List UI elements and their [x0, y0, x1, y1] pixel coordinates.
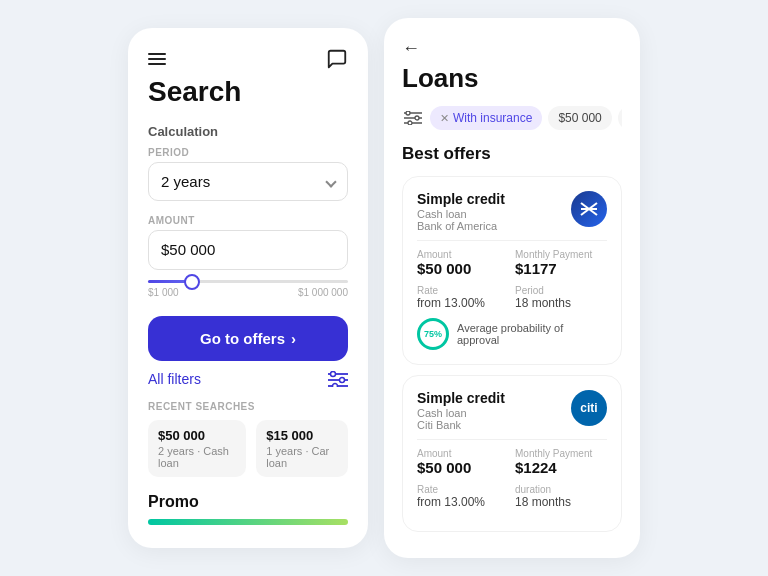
filter-icon[interactable] — [402, 109, 424, 127]
chip-close-icon[interactable]: ✕ — [440, 112, 449, 125]
promo-bar — [148, 519, 348, 525]
offer-type-1: Cash loan — [417, 208, 505, 220]
offer-info-1: Simple credit Cash loan Bank of America — [417, 191, 505, 232]
recent-search-item-2[interactable]: $15 000 1 years · Car loan — [256, 420, 348, 477]
filters-row: All filters — [148, 371, 348, 387]
offer-name-2: Simple credit — [417, 390, 505, 406]
recent-search-item-1[interactable]: $50 000 2 years · Cash loan — [148, 420, 246, 477]
offer-header-2: Simple credit Cash loan Citi Bank citi — [417, 390, 607, 431]
offer-type-2: Cash loan — [417, 407, 505, 419]
bank-logo-bofa — [571, 191, 607, 227]
promo-label: Promo — [148, 493, 348, 511]
offer-meta-2: Rate from 13.00% duration 18 months — [417, 484, 607, 509]
offer-divider-2 — [417, 439, 607, 440]
left-panel: Search Calculation PERIOD 2 years AMOUNT… — [128, 28, 368, 548]
offer-stats-1: Amount $50 000 Monthly Payment $1177 — [417, 249, 607, 277]
left-header — [148, 48, 348, 70]
offer-bank-1: Bank of America — [417, 220, 505, 232]
meta-rate-1: Rate from 13.00% — [417, 285, 509, 310]
slider-max: $1 000 000 — [298, 287, 348, 298]
recent-desc-1: 2 years · Cash loan — [158, 445, 236, 469]
period-select[interactable]: 2 years — [148, 162, 348, 201]
best-offers-title: Best offers — [402, 144, 622, 164]
chip-insurance[interactable]: ✕ With insurance — [430, 106, 542, 130]
arrow-right-icon: › — [291, 330, 296, 347]
chip-amount[interactable]: $50 000 — [548, 106, 611, 130]
right-panel: ← Loans ✕ With insurance $50 000 2 Best … — [384, 18, 640, 558]
stat-monthly-1: Monthly Payment $1177 — [515, 249, 607, 277]
svg-point-10 — [415, 116, 419, 120]
calculation-label: Calculation — [148, 124, 348, 139]
offer-header-1: Simple credit Cash loan Bank of America — [417, 191, 607, 232]
slider-labels: $1 000 $1 000 000 — [148, 287, 348, 298]
amount-input[interactable] — [161, 241, 335, 258]
recent-amount-2: $15 000 — [266, 428, 338, 443]
meta-period-2: duration 18 months — [515, 484, 607, 509]
offer-bank-2: Citi Bank — [417, 419, 505, 431]
meta-rate-2: Rate from 13.00% — [417, 484, 509, 509]
stat-amount-2: Amount $50 000 — [417, 448, 509, 476]
slider-container: $1 000 $1 000 000 — [148, 280, 348, 298]
bank-logo-citi: citi — [571, 390, 607, 426]
recent-desc-2: 1 years · Car loan — [266, 445, 338, 469]
svg-point-3 — [331, 372, 336, 377]
approval-text-1: Average probability of approval — [457, 322, 607, 346]
recent-searches: $50 000 2 years · Cash loan $15 000 1 ye… — [148, 420, 348, 477]
menu-icon[interactable] — [148, 53, 166, 65]
period-label: PERIOD — [148, 147, 348, 158]
chip-years[interactable]: 2 — [618, 106, 622, 130]
recent-searches-label: RECENT SEARCHES — [148, 401, 348, 412]
stat-monthly-2: Monthly Payment $1224 — [515, 448, 607, 476]
offer-card-2: Simple credit Cash loan Citi Bank citi A… — [402, 375, 622, 532]
go-offers-label: Go to offers — [200, 330, 285, 347]
filter-sliders-icon[interactable] — [328, 371, 348, 387]
promo-section: Promo — [148, 493, 348, 525]
approval-circle-1: 75% — [417, 318, 449, 350]
slider-track — [148, 280, 348, 283]
stat-amount-1: Amount $50 000 — [417, 249, 509, 277]
slider-min: $1 000 — [148, 287, 179, 298]
amount-input-wrap — [148, 230, 348, 270]
chip-insurance-label: With insurance — [453, 111, 532, 125]
offer-card-1: Simple credit Cash loan Bank of America … — [402, 176, 622, 365]
offer-stats-2: Amount $50 000 Monthly Payment $1224 — [417, 448, 607, 476]
chevron-down-icon — [325, 176, 336, 187]
svg-point-9 — [406, 111, 410, 115]
offer-info-2: Simple credit Cash loan Citi Bank — [417, 390, 505, 431]
loans-title: Loans — [402, 63, 622, 94]
back-button[interactable]: ← — [402, 38, 622, 59]
offer-divider-1 — [417, 240, 607, 241]
offer-meta-1: Rate from 13.00% Period 18 months — [417, 285, 607, 310]
go-offers-button[interactable]: Go to offers › — [148, 316, 348, 361]
svg-point-5 — [333, 384, 338, 388]
period-value: 2 years — [161, 173, 210, 190]
all-filters-link[interactable]: All filters — [148, 371, 201, 387]
chat-icon[interactable] — [326, 48, 348, 70]
approval-row-1: 75% Average probability of approval — [417, 318, 607, 350]
offer-name-1: Simple credit — [417, 191, 505, 207]
meta-period-1: Period 18 months — [515, 285, 607, 310]
svg-point-11 — [408, 121, 412, 125]
svg-point-4 — [340, 378, 345, 383]
page-title: Search — [148, 76, 348, 108]
chip-amount-label: $50 000 — [558, 111, 601, 125]
filters-chips: ✕ With insurance $50 000 2 — [402, 106, 622, 130]
slider-thumb[interactable] — [184, 274, 200, 290]
amount-label: AMOUNT — [148, 215, 348, 226]
recent-amount-1: $50 000 — [158, 428, 236, 443]
